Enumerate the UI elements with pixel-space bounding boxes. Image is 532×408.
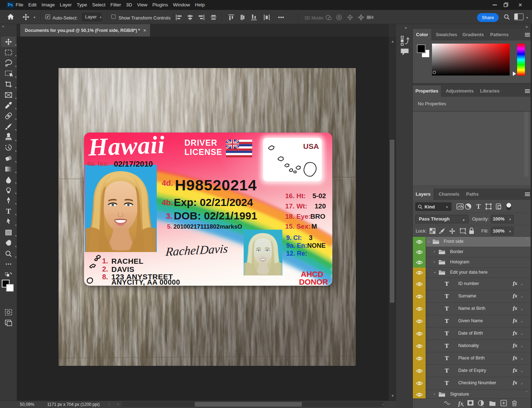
svg-text:fx: fx — [458, 400, 464, 407]
svg-text:T: T — [476, 203, 481, 210]
svg-text:T: T — [6, 207, 11, 216]
svg-text:USA: USA — [303, 142, 319, 150]
